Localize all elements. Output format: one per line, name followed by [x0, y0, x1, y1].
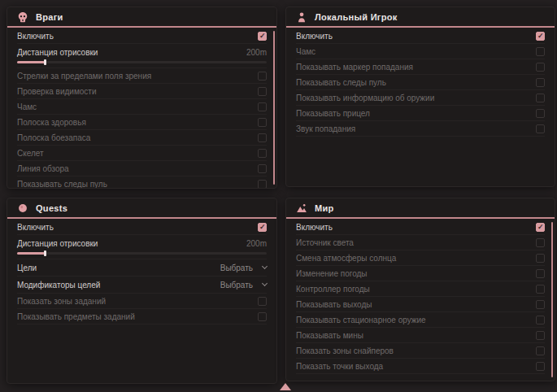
row-label: Источник света	[296, 238, 354, 247]
row-checkbox: Контроллер погоды	[296, 281, 545, 297]
checkbox[interactable]	[536, 63, 545, 72]
panel-body: ВключитьИсточник светаСмена атмосферы со…	[286, 219, 555, 381]
checkbox[interactable]	[258, 164, 267, 173]
checkbox[interactable]	[536, 124, 545, 133]
row-label: Звук попадания	[296, 124, 355, 133]
row-checkbox: Полоска боезапаса	[17, 130, 267, 146]
checkbox[interactable]	[536, 285, 545, 294]
row-checkbox: Смена атмосферы солнца	[296, 250, 545, 266]
checkbox[interactable]	[258, 180, 267, 189]
checkbox[interactable]	[536, 94, 545, 102]
dropdown-select[interactable]: Выбрать	[220, 281, 267, 290]
scrollbar[interactable]	[551, 222, 553, 377]
slider-track[interactable]	[17, 252, 267, 255]
panel-enemies: ВрагиВключитьДистанция отрисовки200mСтре…	[7, 7, 277, 189]
row-checkbox: Показать зоны заданий	[17, 294, 267, 309]
slider-value: 200m	[246, 48, 267, 57]
checkbox[interactable]	[536, 331, 545, 340]
slider-handle[interactable]	[44, 250, 46, 256]
row-label: Дистанция отрисовки	[17, 239, 98, 248]
checkbox[interactable]	[258, 223, 267, 232]
row-checkbox: Чамс	[17, 99, 267, 115]
panel-body: ВключитьДистанция отрисовки200mЦелиВыбра…	[7, 219, 276, 383]
row-checkbox: Показывать маркер попадания	[296, 59, 545, 75]
dropdown-value: Выбрать	[220, 281, 253, 290]
triangle-up-icon	[280, 383, 291, 390]
panel-title: Локальный Игрок	[315, 12, 398, 22]
row-checkbox: Включить	[296, 220, 545, 235]
checkbox[interactable]	[536, 269, 545, 278]
row-checkbox: Показывать предметы заданий	[17, 309, 267, 324]
dropdown-select[interactable]: Выбрать	[220, 264, 267, 272]
person-icon	[296, 11, 307, 23]
row-label: Показать точки выхода	[296, 362, 383, 371]
row-checkbox: Скелет	[17, 146, 267, 161]
row-checkbox: Показывать мины	[296, 328, 545, 343]
circle-icon	[17, 203, 28, 214]
row-label: Смена атмосферы солнца	[296, 254, 396, 263]
chevron-down-icon	[262, 264, 268, 269]
panel-header: Мир	[286, 198, 555, 219]
row-label: Модификаторы целей	[17, 281, 100, 290]
checkbox[interactable]	[536, 316, 545, 324]
row-label: Проверка видимости	[17, 87, 97, 96]
row-label: Включить	[17, 223, 54, 232]
scrollbar[interactable]	[273, 31, 275, 185]
row-label: Показать зоны снайперов	[296, 346, 394, 355]
checkbox[interactable]	[536, 109, 545, 118]
slider-fill	[17, 252, 45, 255]
row-checkbox: Включить	[296, 28, 545, 44]
row-label: Показывать прицел	[296, 109, 370, 118]
checkbox[interactable]	[258, 102, 267, 111]
panel-quests: QuestsВключитьДистанция отрисовки200mЦел…	[7, 198, 277, 384]
checkbox[interactable]	[258, 312, 267, 321]
row-label: Стрелки за пределами поля зрения	[17, 72, 151, 81]
mountains-icon	[296, 203, 307, 214]
checkbox[interactable]	[536, 78, 545, 87]
row-checkbox: Проверка видимости	[17, 84, 267, 99]
row-label: Показывать мины	[296, 331, 363, 340]
slider-handle[interactable]	[44, 59, 46, 65]
row-checkbox: Включить	[17, 220, 267, 235]
row-label: Полоска боезапаса	[17, 133, 90, 142]
row-label: Показать зоны заданий	[17, 297, 106, 306]
checkbox[interactable]	[536, 254, 545, 263]
row-checkbox: Показывать следы пуль	[296, 75, 545, 90]
checkbox[interactable]	[258, 72, 267, 81]
panel-header: Quests	[7, 198, 276, 219]
slider-track[interactable]	[17, 61, 267, 63]
panel-title: Враги	[36, 12, 63, 22]
checkbox[interactable]	[258, 32, 267, 41]
row-label: Полоска здоровья	[17, 118, 86, 127]
checkbox[interactable]	[536, 300, 545, 309]
checkbox[interactable]	[536, 346, 545, 355]
panel-header: Враги	[7, 7, 276, 28]
checkbox[interactable]	[536, 362, 545, 371]
row-label: Показывать информацию об оружии	[296, 94, 434, 102]
checkbox[interactable]	[536, 32, 545, 41]
checkbox[interactable]	[536, 238, 545, 247]
row-checkbox: Показать точки выхода	[296, 359, 545, 374]
row-label: Показывать предметы заданий	[17, 312, 135, 321]
slider-fill	[17, 61, 45, 63]
panel-title: Мир	[315, 203, 334, 213]
slider-label-line: Дистанция отрисовки200m	[17, 46, 267, 59]
checkbox[interactable]	[258, 118, 267, 127]
row-label: Включить	[296, 223, 333, 232]
row-label: Скелет	[17, 149, 44, 158]
checkbox[interactable]	[258, 87, 267, 96]
checkbox[interactable]	[536, 223, 545, 232]
panel-title: Quests	[36, 203, 67, 213]
row-checkbox: Полоска здоровья	[17, 115, 267, 130]
checkbox[interactable]	[258, 297, 267, 306]
row-label: Показывать выходы	[296, 300, 372, 309]
panel-body: ВключитьЧамсПоказывать маркер попаданияП…	[286, 28, 555, 186]
row-label: Линия обзора	[17, 164, 69, 173]
chevron-down-icon	[262, 281, 268, 286]
row-checkbox: Чамс	[296, 44, 545, 59]
checkbox[interactable]	[536, 47, 545, 56]
checkbox[interactable]	[258, 133, 267, 142]
row-checkbox: Показывать выходы	[296, 297, 545, 312]
checkbox[interactable]	[258, 149, 267, 158]
row-label: Показывать маркер попадания	[296, 63, 413, 72]
